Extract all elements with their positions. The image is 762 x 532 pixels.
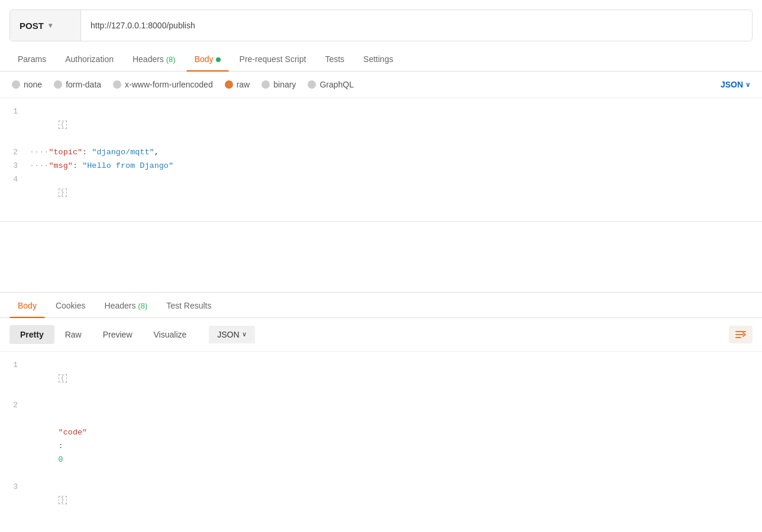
body-type-urlencoded[interactable]: x-www-form-urlencoded	[113, 80, 213, 89]
resp-code-line-2: 2 "code" : 0	[0, 399, 762, 481]
request-tabs-bar: Params Authorization Headers (8) Body Pr…	[0, 46, 762, 72]
json-selector-label: JSON	[721, 80, 743, 89]
none-label: none	[24, 80, 42, 89]
body-active-dot	[216, 57, 221, 62]
tab-headers[interactable]: Headers (8)	[124, 46, 184, 71]
line-num-2: 2	[0, 146, 30, 159]
resp-line-content-3: }	[30, 481, 762, 521]
response-tab-cookies-label: Cookies	[56, 301, 86, 310]
response-tab-test-results[interactable]: Test Results	[158, 293, 219, 317]
response-json-selector[interactable]: JSON ∨	[209, 326, 254, 343]
resp-line-num-3: 3	[0, 481, 30, 494]
request-code-editor[interactable]: 1 { 2 ····"topic": "django/mqtt", 3 ····…	[0, 98, 762, 222]
response-format-bar: Pretty Raw Preview Visualize JSON ∨	[0, 318, 762, 352]
format-preview-label: Preview	[103, 330, 133, 339]
line-content-2: ····"topic": "django/mqtt",	[30, 146, 762, 160]
resp-collapse-icon-1[interactable]: {	[59, 374, 67, 382]
response-tab-body-label: Body	[18, 301, 37, 310]
line-content-1: {	[30, 105, 762, 146]
tab-tests-label: Tests	[325, 54, 344, 64]
body-type-form-data[interactable]: form-data	[54, 80, 101, 89]
response-tabs-bar: Body Cookies Headers (8) Test Results	[0, 293, 762, 318]
resp-line-num-1: 1	[0, 359, 30, 372]
url-input[interactable]	[81, 10, 752, 41]
binary-label: binary	[273, 80, 296, 89]
wrap-button[interactable]	[729, 326, 753, 343]
resp-code-line-3: 3 }	[0, 481, 762, 521]
format-tab-visualize[interactable]: Visualize	[143, 325, 198, 344]
form-data-radio	[54, 80, 62, 89]
none-radio	[12, 80, 20, 89]
headers-badge: (8)	[166, 55, 176, 64]
format-raw-label: Raw	[65, 330, 82, 339]
resp-key: "code"	[59, 428, 88, 437]
resp-headers-badge: (8)	[138, 301, 147, 310]
json-type-selector[interactable]: JSON ∨	[721, 80, 750, 89]
line-num-1: 1	[0, 105, 30, 118]
form-data-label: form-data	[66, 80, 101, 89]
response-tab-headers[interactable]: Headers (8)	[96, 293, 156, 317]
response-tab-headers-label: Headers (8)	[105, 301, 148, 310]
tab-authorization-label: Authorization	[65, 54, 114, 64]
raw-label: raw	[237, 80, 250, 89]
body-type-graphql[interactable]: GraphQL	[308, 80, 354, 89]
body-type-binary[interactable]: binary	[261, 80, 296, 89]
line-content-3: ····"msg": "Hello from Django"	[30, 160, 762, 173]
format-tab-preview[interactable]: Preview	[92, 325, 143, 344]
response-tab-cookies[interactable]: Cookies	[47, 293, 94, 317]
raw-radio	[225, 80, 233, 89]
resp-code-line-1: 1 {	[0, 359, 762, 400]
tab-authorization[interactable]: Authorization	[57, 46, 122, 71]
resp-collapse-icon-3[interactable]: }	[59, 496, 67, 504]
format-pretty-label: Pretty	[20, 330, 44, 339]
code-line-4: 4 }	[0, 173, 762, 214]
urlencoded-label: x-www-form-urlencoded	[125, 80, 213, 89]
tab-headers-label: Headers (8)	[133, 54, 176, 64]
tab-settings-label: Settings	[363, 54, 393, 64]
urlencoded-radio	[113, 80, 121, 89]
response-tab-body[interactable]: Body	[9, 293, 45, 317]
graphql-radio	[308, 80, 316, 89]
collapse-icon-4[interactable]: }	[59, 189, 67, 197]
resp-line-num-2: 2	[0, 399, 30, 412]
resp-val: 0	[59, 455, 63, 464]
url-bar: POST ▾	[9, 9, 753, 41]
collapse-icon-1[interactable]: {	[59, 121, 67, 129]
resp-json-chevron: ∨	[242, 330, 247, 338]
body-type-raw[interactable]: raw	[225, 80, 250, 89]
tab-settings[interactable]: Settings	[355, 46, 402, 71]
json-selector-chevron: ∨	[745, 81, 750, 89]
format-tab-pretty[interactable]: Pretty	[9, 325, 54, 344]
code-line-3: 3 ····"msg": "Hello from Django"	[0, 160, 762, 173]
format-visualize-label: Visualize	[154, 330, 187, 339]
line-content-4: }	[30, 173, 762, 214]
wrap-icon	[735, 330, 747, 339]
resp-line-content-1: {	[30, 359, 762, 400]
editor-empty-space	[0, 222, 762, 293]
format-tab-raw[interactable]: Raw	[54, 325, 92, 344]
tab-params-label: Params	[18, 54, 46, 64]
method-selector[interactable]: POST ▾	[10, 10, 81, 41]
resp-json-label: JSON	[217, 330, 239, 339]
tab-body-label: Body	[195, 54, 214, 64]
line-num-4: 4	[0, 173, 30, 186]
graphql-label: GraphQL	[319, 80, 354, 89]
method-label: POST	[20, 21, 44, 31]
tab-params[interactable]: Params	[9, 46, 54, 71]
binary-radio	[261, 80, 270, 89]
tab-body[interactable]: Body	[186, 46, 229, 71]
response-tab-test-results-label: Test Results	[166, 301, 211, 310]
response-code-viewer: 1 { 2 "code" : 0 3 }	[0, 352, 762, 528]
tab-pre-request-label: Pre-request Script	[240, 54, 306, 64]
method-chevron: ▾	[49, 21, 52, 30]
code-line-2: 2 ····"topic": "django/mqtt",	[0, 146, 762, 160]
body-type-bar: none form-data x-www-form-urlencoded raw…	[0, 72, 762, 98]
code-line-1: 1 {	[0, 105, 762, 146]
resp-line-content-2: "code" : 0	[30, 399, 762, 481]
line-num-3: 3	[0, 160, 30, 173]
tab-tests[interactable]: Tests	[317, 46, 353, 71]
body-type-none[interactable]: none	[12, 80, 42, 89]
resp-colon: :	[59, 442, 68, 450]
tab-pre-request[interactable]: Pre-request Script	[231, 46, 315, 71]
